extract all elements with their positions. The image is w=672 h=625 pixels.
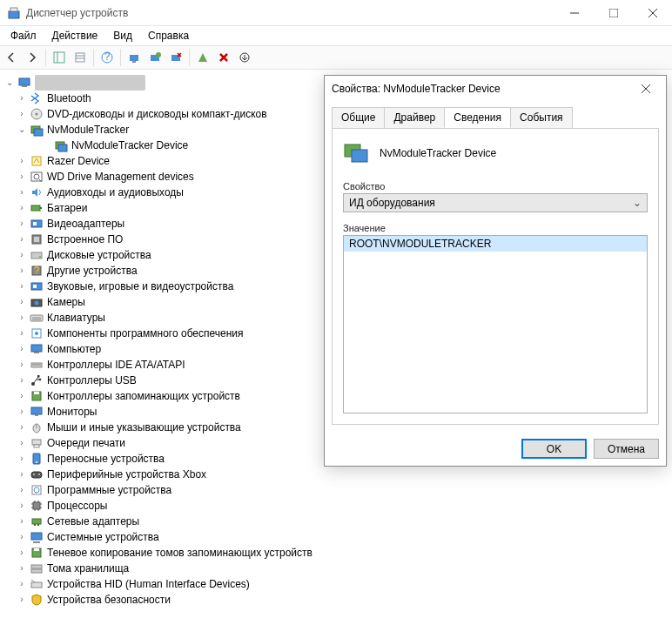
tree-item[interactable]: › Периферийные устройства Xbox bbox=[3, 467, 672, 482]
tab-general[interactable]: Общие bbox=[332, 107, 385, 128]
category-icon bbox=[30, 185, 44, 199]
back-button[interactable] bbox=[2, 48, 21, 67]
properties-button[interactable] bbox=[71, 48, 90, 67]
value-list-item[interactable]: ROOT\NVMODULETRACKER bbox=[344, 236, 647, 252]
chevron-right-icon[interactable]: › bbox=[16, 374, 28, 386]
cancel-button[interactable]: Отмена bbox=[594, 439, 659, 459]
chevron-right-icon[interactable]: › bbox=[16, 92, 28, 104]
add-legacy-button[interactable] bbox=[235, 48, 254, 67]
chevron-right-icon[interactable]: › bbox=[16, 202, 28, 214]
chevron-down-icon[interactable]: ⌄ bbox=[16, 124, 28, 136]
tree-item[interactable]: › Процессоры bbox=[3, 498, 672, 514]
chevron-right-icon[interactable]: › bbox=[16, 594, 28, 606]
forward-button[interactable] bbox=[23, 48, 42, 67]
chevron-right-icon[interactable]: › bbox=[16, 562, 28, 575]
svg-point-22 bbox=[36, 113, 38, 116]
tree-item[interactable]: › Теневое копирование томов запоминающих… bbox=[3, 545, 672, 561]
tree-item-label: Аудиовходы и аудиовыходы bbox=[47, 185, 184, 200]
chevron-right-icon[interactable]: › bbox=[16, 484, 28, 496]
chevron-right-icon[interactable]: › bbox=[16, 249, 28, 261]
category-icon bbox=[30, 561, 44, 575]
enable-device-button[interactable] bbox=[193, 48, 212, 67]
chevron-right-icon[interactable]: › bbox=[16, 233, 28, 245]
tree-item[interactable]: › Программные устройства bbox=[3, 482, 672, 498]
chevron-right-icon[interactable]: › bbox=[16, 390, 28, 402]
minimize-button[interactable] bbox=[554, 0, 594, 26]
maximize-button[interactable] bbox=[594, 0, 633, 26]
menu-file[interactable]: Файл bbox=[3, 28, 44, 44]
menu-view[interactable]: Вид bbox=[106, 28, 139, 44]
category-icon bbox=[30, 530, 44, 544]
category-icon bbox=[30, 499, 44, 513]
chevron-right-icon[interactable]: › bbox=[16, 186, 28, 198]
tree-item-label: Компоненты программного обеспечения bbox=[47, 326, 244, 341]
chevron-right-icon[interactable]: › bbox=[16, 547, 28, 559]
chevron-right-icon[interactable]: › bbox=[16, 578, 28, 590]
menu-help[interactable]: Справка bbox=[141, 28, 196, 44]
chevron-right-icon[interactable]: › bbox=[16, 265, 28, 277]
chevron-right-icon[interactable]: › bbox=[16, 531, 28, 543]
tree-item[interactable]: › Устройства HID (Human Interface Device… bbox=[3, 576, 672, 592]
dialog-title: Свойства: NvModuleTracker Device bbox=[332, 83, 633, 95]
chevron-down-icon: ⌄ bbox=[633, 197, 642, 209]
svg-point-57 bbox=[39, 379, 42, 381]
category-icon bbox=[30, 279, 44, 293]
tree-item-label: Мониторы bbox=[47, 404, 97, 420]
chevron-right-icon[interactable]: › bbox=[16, 155, 28, 167]
chevron-right-icon[interactable]: › bbox=[16, 500, 28, 512]
ok-button[interactable]: OK bbox=[521, 439, 587, 459]
tab-details[interactable]: Сведения bbox=[444, 107, 511, 128]
tree-item[interactable]: › Системные устройства bbox=[3, 529, 672, 545]
value-list[interactable]: ROOT\NVMODULETRACKER bbox=[343, 235, 648, 413]
tree-item-label: Устройства HID (Human Interface Devices) bbox=[47, 576, 250, 592]
tree-item[interactable]: › Сетевые адаптеры bbox=[3, 514, 672, 529]
tree-item-label: WD Drive Management devices bbox=[47, 169, 194, 185]
menu-action[interactable]: Действие bbox=[45, 28, 105, 44]
tree-item-label: Клавиатуры bbox=[47, 310, 105, 326]
tree-item[interactable]: › Тома хранилища bbox=[3, 561, 672, 576]
svg-rect-85 bbox=[37, 524, 39, 526]
chevron-right-icon[interactable]: › bbox=[16, 406, 28, 418]
svg-rect-58 bbox=[37, 375, 40, 378]
tab-events[interactable]: События bbox=[510, 107, 573, 128]
tree-item-label: Звуковые, игровые и видеоустройства bbox=[47, 279, 233, 294]
tree-child-label: NvModuleTracker Device bbox=[71, 138, 188, 153]
close-button[interactable] bbox=[633, 0, 672, 26]
uninstall-button[interactable] bbox=[166, 48, 185, 67]
content-area: ⌄ redacted › Bluetooth › DVD-дисководы и… bbox=[0, 70, 672, 625]
chevron-right-icon[interactable]: › bbox=[16, 453, 28, 465]
dialog-close-button[interactable] bbox=[633, 76, 659, 102]
tree-item-label: Сетевые адаптеры bbox=[47, 514, 139, 529]
chevron-right-icon[interactable]: › bbox=[16, 312, 28, 324]
tree-item[interactable]: › Устройства безопасности bbox=[3, 592, 672, 608]
chevron-right-icon[interactable]: › bbox=[16, 218, 28, 230]
chevron-right-icon[interactable]: › bbox=[16, 327, 28, 339]
chevron-right-icon[interactable]: › bbox=[16, 468, 28, 481]
tree-item-label: Bluetooth bbox=[47, 91, 91, 106]
chevron-right-icon[interactable]: › bbox=[16, 171, 28, 183]
show-hide-tree-button[interactable] bbox=[50, 48, 69, 67]
device-icon bbox=[343, 139, 371, 167]
chevron-right-icon[interactable]: › bbox=[16, 421, 28, 433]
category-icon bbox=[30, 248, 44, 262]
dialog-titlebar[interactable]: Свойства: NvModuleTracker Device bbox=[325, 76, 666, 102]
computer-icon bbox=[17, 76, 31, 90]
svg-rect-26 bbox=[58, 144, 67, 151]
tree-item-label: Переносные устройства bbox=[47, 451, 165, 467]
disable-device-button[interactable] bbox=[214, 48, 233, 67]
scan-hardware-button[interactable] bbox=[124, 48, 144, 67]
tab-driver[interactable]: Драйвер bbox=[384, 107, 445, 128]
svg-rect-60 bbox=[34, 392, 39, 394]
chevron-right-icon[interactable]: › bbox=[16, 515, 28, 528]
chevron-right-icon[interactable]: › bbox=[16, 359, 28, 371]
help-button[interactable]: ? bbox=[97, 48, 117, 67]
chevron-down-icon[interactable]: ⌄ bbox=[3, 77, 16, 89]
chevron-right-icon[interactable]: › bbox=[16, 437, 28, 449]
chevron-right-icon[interactable]: › bbox=[16, 296, 28, 308]
chevron-right-icon[interactable]: › bbox=[16, 108, 28, 120]
chevron-right-icon[interactable]: › bbox=[16, 280, 28, 292]
update-driver-button[interactable] bbox=[145, 48, 165, 67]
category-icon bbox=[30, 295, 44, 309]
property-dropdown[interactable]: ИД оборудования ⌄ bbox=[343, 193, 648, 212]
chevron-right-icon[interactable]: › bbox=[16, 343, 28, 355]
